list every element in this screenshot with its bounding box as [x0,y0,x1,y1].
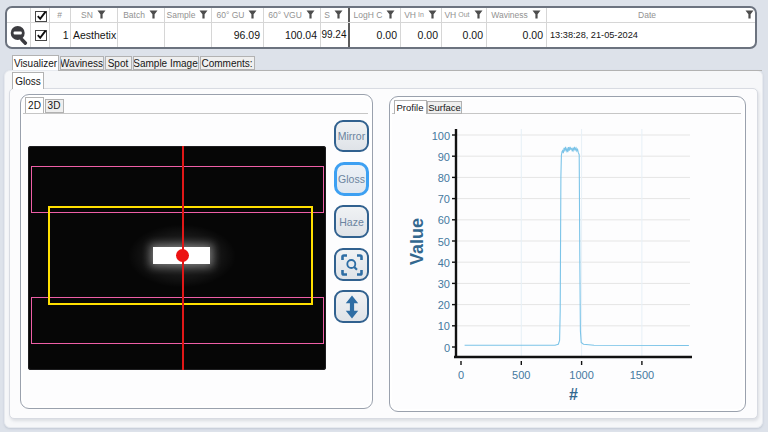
svg-text:60: 60 [438,214,450,226]
svg-text:500: 500 [512,369,530,381]
svg-text:20: 20 [438,299,450,311]
svg-text:100: 100 [432,130,450,142]
svg-text:30: 30 [438,278,450,290]
svg-text:0: 0 [458,369,464,381]
svg-text:0: 0 [444,342,450,354]
svg-text:10: 10 [438,320,450,332]
svg-text:1500: 1500 [630,369,654,381]
svg-text:90: 90 [438,151,450,163]
svg-text:#: # [569,386,578,403]
svg-text:Value: Value [408,218,428,265]
svg-text:50: 50 [438,236,450,248]
svg-text:70: 70 [438,193,450,205]
svg-text:1000: 1000 [569,369,593,381]
svg-text:40: 40 [438,257,450,269]
svg-text:80: 80 [438,172,450,184]
